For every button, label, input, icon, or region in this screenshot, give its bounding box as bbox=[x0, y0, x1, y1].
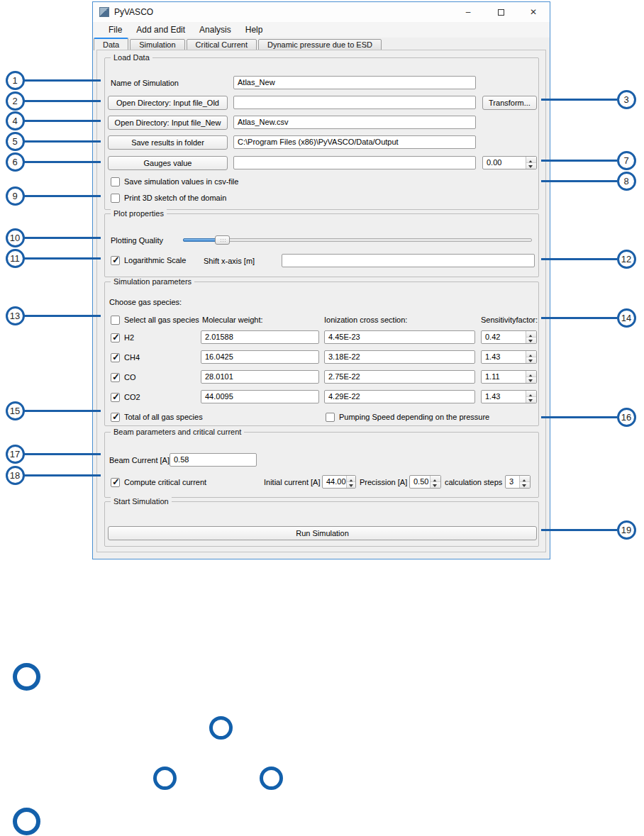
spin-down-icon[interactable] bbox=[526, 396, 536, 403]
gauges-spinner-arrows[interactable] bbox=[526, 157, 536, 169]
co-ionization-field[interactable]: 2.75E-22 bbox=[324, 370, 475, 384]
plotting-quality-slider-handle[interactable] bbox=[215, 235, 230, 245]
select-all-gas-row[interactable]: Select all gas species bbox=[111, 315, 199, 325]
spin-down-icon[interactable] bbox=[526, 337, 536, 343]
total-gas-checkbox-row[interactable]: Total of all gas species bbox=[111, 412, 203, 422]
maximize-button[interactable] bbox=[484, 2, 517, 22]
callout-line-17 bbox=[24, 453, 101, 455]
tab-critical-current[interactable]: Critical Current bbox=[187, 39, 257, 50]
spin-up-icon[interactable] bbox=[520, 476, 530, 481]
gas-row-h2-checkbox-row[interactable]: H2 bbox=[111, 333, 134, 342]
calculation-steps-spinner[interactable]: 3 bbox=[505, 475, 531, 489]
compute-critical-checkbox[interactable] bbox=[111, 478, 120, 487]
tab-dynamic-pressure[interactable]: Dynamic pressure due to ESD bbox=[258, 39, 382, 50]
menu-file[interactable]: File bbox=[101, 23, 129, 36]
open-input-old-button[interactable]: Open Directory: Input file_Old bbox=[108, 96, 228, 110]
spinner-arrows[interactable] bbox=[346, 476, 355, 488]
ch4-checkbox[interactable] bbox=[111, 353, 120, 362]
save-results-folder-button[interactable]: Save results in folder bbox=[108, 135, 228, 150]
h2-sensitivity-spinner[interactable]: 0.42 bbox=[481, 330, 537, 344]
spinner-arrows[interactable] bbox=[526, 331, 536, 343]
spin-down-icon[interactable] bbox=[431, 481, 440, 488]
spinner-arrows[interactable] bbox=[519, 476, 530, 488]
menu-add-and-edit[interactable]: Add and Edit bbox=[129, 23, 192, 36]
co2-sensitivity-spinner[interactable]: 1.43 bbox=[481, 390, 537, 403]
spinner-arrows[interactable] bbox=[526, 371, 536, 383]
pumping-speed-checkbox-row[interactable]: Pumping Speed depending on the pressure bbox=[326, 412, 489, 422]
spin-down-icon[interactable] bbox=[526, 162, 536, 169]
run-simulation-button[interactable]: Run Simulation bbox=[108, 526, 537, 540]
spin-down-icon[interactable] bbox=[526, 377, 536, 383]
callout-line-2 bbox=[24, 100, 101, 102]
output-folder-value: C:\Program Files (x86)\PyVASCO/Data/Outp… bbox=[238, 138, 399, 146]
gauges-value-button[interactable]: Gauges value bbox=[108, 156, 228, 170]
h2-molecular-weight-field[interactable]: 2.01588 bbox=[201, 330, 319, 344]
co2-molecular-weight-field[interactable]: 44.0095 bbox=[201, 390, 319, 403]
gas-row-co2-checkbox-row[interactable]: CO2 bbox=[111, 392, 140, 402]
maximize-icon bbox=[498, 9, 504, 16]
transform-button[interactable]: Transform... bbox=[482, 96, 537, 110]
spin-up-icon[interactable] bbox=[431, 476, 440, 481]
decorative-circle-1 bbox=[13, 663, 40, 691]
callout-circle-13: 13 bbox=[6, 306, 25, 325]
minimize-button[interactable]: – bbox=[452, 2, 484, 22]
group-plot-properties: Plot properties Plotting Quality Logarit… bbox=[104, 213, 539, 277]
menu-analysis[interactable]: Analysis bbox=[192, 23, 238, 36]
spin-up-icon[interactable] bbox=[526, 351, 536, 357]
initial-current-spinner[interactable]: 44.00 bbox=[322, 475, 356, 489]
co-sensitivity-spinner[interactable]: 1.11 bbox=[481, 370, 537, 384]
print-3d-checkbox-row[interactable]: Print 3D sketch of the domain bbox=[111, 193, 226, 203]
log-scale-checkbox-row[interactable]: Logarithmic Scale bbox=[111, 255, 186, 265]
co-checkbox[interactable] bbox=[111, 373, 120, 382]
choose-gas-label: Choose gas species: bbox=[109, 298, 182, 306]
input-new-path-value: Atlas_New.csv bbox=[238, 118, 289, 126]
beam-current-field[interactable]: 0.58 bbox=[170, 453, 257, 467]
gauges-value-field[interactable] bbox=[233, 156, 476, 169]
open-input-new-button[interactable]: Open Directory: Input file_New bbox=[108, 116, 228, 130]
menu-help[interactable]: Help bbox=[238, 23, 270, 36]
gauges-spinner[interactable]: 0.00 bbox=[482, 156, 537, 169]
spin-down-icon[interactable] bbox=[526, 357, 536, 363]
plotting-quality-slider-track[interactable] bbox=[183, 238, 532, 242]
gas-row-co-checkbox-row[interactable]: CO bbox=[111, 372, 136, 382]
tab-data[interactable]: Data bbox=[94, 38, 128, 50]
spinner-arrows[interactable] bbox=[430, 476, 440, 488]
ch4-ionization-field[interactable]: 3.18E-22 bbox=[324, 350, 475, 364]
ch4-sensitivity-spinner[interactable]: 1.43 bbox=[481, 350, 537, 364]
spin-up-icon[interactable] bbox=[347, 476, 355, 481]
simulation-name-input[interactable]: Atlas_New bbox=[233, 76, 476, 89]
shift-xaxis-field[interactable] bbox=[282, 254, 535, 267]
co2-ion-value: 4.29E-22 bbox=[328, 392, 360, 401]
save-csv-checkbox-row[interactable]: Save simulation values in csv-file bbox=[111, 177, 238, 186]
co2-ionization-field[interactable]: 4.29E-22 bbox=[324, 390, 475, 403]
spin-down-icon[interactable] bbox=[520, 481, 530, 488]
save-csv-checkbox[interactable] bbox=[111, 177, 120, 186]
calculation-steps-label: calculation steps bbox=[445, 478, 502, 486]
spinner-arrows[interactable] bbox=[526, 391, 536, 403]
h2-checkbox[interactable] bbox=[111, 333, 120, 342]
spin-up-icon[interactable] bbox=[526, 371, 536, 377]
input-old-path-field[interactable] bbox=[233, 96, 476, 109]
input-new-path-field[interactable]: Atlas_New.csv bbox=[233, 116, 476, 129]
spin-up-icon[interactable] bbox=[526, 157, 536, 162]
spinner-arrows[interactable] bbox=[526, 351, 536, 363]
spin-up-icon[interactable] bbox=[526, 331, 536, 337]
log-scale-checkbox[interactable] bbox=[111, 256, 120, 265]
output-folder-field[interactable]: C:\Program Files (x86)\PyVASCO/Data/Outp… bbox=[233, 135, 476, 149]
close-button[interactable]: ✕ bbox=[517, 2, 550, 22]
compute-critical-checkbox-row[interactable]: Compute critical current bbox=[111, 477, 206, 487]
total-gas-checkbox[interactable] bbox=[111, 413, 120, 422]
co2-checkbox[interactable] bbox=[111, 393, 120, 402]
print-3d-checkbox[interactable] bbox=[111, 194, 120, 203]
h2-ionization-field[interactable]: 4.45E-23 bbox=[324, 330, 475, 344]
tab-simulation[interactable]: Simulation bbox=[130, 39, 184, 50]
ch4-molecular-weight-field[interactable]: 16.0425 bbox=[201, 350, 319, 364]
select-all-gas-checkbox[interactable] bbox=[111, 316, 120, 325]
precission-spinner[interactable]: 0.50 bbox=[409, 475, 441, 489]
co-molecular-weight-field[interactable]: 28.0101 bbox=[201, 370, 319, 384]
h2-sens-value: 0.42 bbox=[482, 331, 526, 343]
pumping-speed-checkbox[interactable] bbox=[326, 413, 335, 422]
spin-up-icon[interactable] bbox=[526, 391, 536, 396]
spin-down-icon[interactable] bbox=[347, 481, 355, 488]
gas-row-ch4-checkbox-row[interactable]: CH4 bbox=[111, 352, 140, 362]
